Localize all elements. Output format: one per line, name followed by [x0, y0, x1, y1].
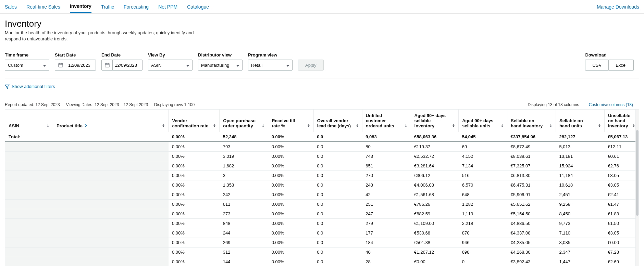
customise-columns-link[interactable]: Customise columns (18)	[589, 102, 633, 107]
start-date-input[interactable]	[55, 60, 96, 71]
col-asin[interactable]: ASIN	[5, 110, 53, 132]
cell-ovl: 0.0	[313, 170, 362, 180]
cell-a90u: 69	[459, 142, 507, 152]
start-date-field[interactable]	[66, 63, 94, 68]
col-unf[interactable]: Unfilled customer ordered units	[362, 110, 411, 132]
tab-sales[interactable]: Sales	[5, 1, 17, 13]
sort-icon[interactable]	[161, 123, 165, 128]
cell-sohu: 11,184	[556, 170, 604, 180]
program-select[interactable]: Retail	[248, 60, 293, 71]
filter-icon	[5, 84, 10, 89]
tab-inventory[interactable]: Inventory	[70, 0, 91, 13]
sort-icon[interactable]	[261, 123, 265, 128]
cell-title	[53, 238, 169, 247]
cell-a90i: €786.26	[411, 199, 459, 209]
report-updated: Report updated: 12 Sept 2023	[5, 102, 60, 107]
cell-sohu: 282,127	[556, 132, 604, 142]
cell-ovl: 0.0	[313, 247, 362, 257]
col-open[interactable]: Open purchase order quantity	[220, 110, 268, 132]
cell-unf: 177	[362, 228, 411, 238]
col-a90i[interactable]: Aged 90+ days sellable inventory	[411, 110, 459, 132]
cell-vcr: 0.00%	[169, 209, 220, 218]
distributor-select[interactable]: Manufacturing	[198, 60, 243, 71]
cell-a90i: €2,532.72	[411, 151, 459, 161]
col-uoh[interactable]: Unsellable on hand inventory	[604, 110, 639, 132]
cell-ovl: 0.0	[313, 142, 362, 152]
cell-unf: 279	[362, 218, 411, 228]
col-sohu[interactable]: Sellable on hand units	[556, 110, 604, 132]
timeframe-select[interactable]: Custom	[5, 60, 49, 71]
sort-icon[interactable]	[451, 123, 456, 128]
sort-icon[interactable]	[307, 123, 311, 128]
cell-ovl: 0.0	[313, 199, 362, 209]
cell-rf: 0.00%	[268, 247, 314, 257]
cell-a90u: 648	[459, 190, 507, 199]
sort-icon[interactable]	[549, 123, 553, 128]
sort-icon[interactable]	[212, 123, 216, 128]
cell-vcr: 0.00%	[169, 238, 220, 247]
table-row: 0.00%30.00%0.0270€306.12516€6,813.3011,1…	[5, 170, 639, 180]
col-a90u[interactable]: Aged 90+ days sellable units	[459, 110, 507, 132]
scrollbar-thumb[interactable]	[636, 130, 639, 216]
cell-unf: 743	[362, 151, 411, 161]
cell-a90i: €0.00	[411, 257, 459, 266]
cell-uoh: €3.05	[604, 170, 639, 180]
cell-sohu: 15,924	[556, 161, 604, 170]
cell-asin	[5, 257, 53, 266]
cell-sohu: 8,085	[556, 238, 604, 247]
col-soh[interactable]: Sellable on hand inventory	[507, 110, 556, 132]
sort-icon[interactable]	[355, 123, 359, 128]
cell-sohu: 7,110	[556, 228, 604, 238]
cell-sohu: 8,450	[556, 209, 604, 218]
cell-title	[53, 218, 169, 228]
excel-button[interactable]: Excel	[609, 60, 634, 71]
sort-icon[interactable]	[404, 123, 408, 128]
cell-asin	[5, 218, 53, 228]
timeframe-value: Custom	[8, 63, 23, 68]
tab-traffic[interactable]: Traffic	[101, 1, 114, 13]
cell-title	[53, 161, 169, 170]
sort-icon[interactable]	[46, 123, 50, 128]
cell-ovl: 0.0	[313, 180, 362, 190]
col-ovl[interactable]: Overall vendor lead time (days)	[313, 110, 362, 132]
page-subtitle: Monitor the health of the inventory of y…	[5, 30, 203, 42]
svg-rect-4	[105, 63, 109, 67]
apply-button[interactable]: Apply	[298, 60, 324, 71]
cell-sohu: 9,258	[556, 199, 604, 209]
timeframe-label: Time frame	[5, 52, 49, 58]
tab-net-ppm[interactable]: Net PPM	[158, 1, 177, 13]
show-additional-filters[interactable]: Show additional filters	[5, 84, 55, 89]
calendar-icon[interactable]	[55, 60, 66, 70]
displaying-rows: Displaying rows 1-100	[154, 102, 195, 107]
cell-soh: €8,672.49	[507, 142, 556, 152]
col-rf[interactable]: Receive fill rate %	[268, 110, 314, 132]
cell-vcr: 0.00%	[169, 170, 220, 180]
col-title[interactable]: Product title	[53, 110, 169, 132]
calendar-icon[interactable]	[102, 60, 113, 70]
end-date-input[interactable]	[101, 60, 143, 71]
cell-uoh: €1.83	[604, 209, 639, 218]
cell-unf: 42	[362, 190, 411, 199]
tab-forecasting[interactable]: Forecasting	[124, 1, 149, 13]
tab-real-time-sales[interactable]: Real-time Sales	[26, 1, 60, 13]
manage-downloads-link[interactable]: Manage Downloads	[597, 4, 639, 10]
vertical-scrollbar[interactable]	[635, 110, 639, 266]
end-date-field[interactable]	[113, 63, 140, 68]
cell-a90u: 1,282	[459, 199, 507, 209]
cell-asin: Total:	[5, 132, 53, 142]
sort-icon[interactable]	[500, 123, 504, 128]
cell-rf: 0.00%	[268, 151, 314, 161]
cell-open: 244	[220, 228, 268, 238]
tab-catalogue[interactable]: Catalogue	[187, 1, 209, 13]
col-vcr[interactable]: Vendor confirmation rate	[169, 110, 220, 132]
cell-uoh: €2.41	[604, 190, 639, 199]
cell-asin	[5, 209, 53, 218]
csv-button[interactable]: CSV	[585, 60, 609, 71]
table-row: 0.00%2440.00%0.0177€530.68870€4,337.087,…	[5, 228, 639, 238]
cell-ovl: 0.0	[313, 132, 362, 142]
table-row: 0.00%8480.00%0.0279€1,109.002,218€4,886.…	[5, 218, 639, 228]
viewby-select[interactable]: ASIN	[148, 60, 193, 71]
table-row: 0.00%2690.00%0.0184€501.38946€4,285.058,…	[5, 238, 639, 247]
cell-open: 312	[220, 247, 268, 257]
sort-icon[interactable]	[597, 123, 602, 128]
